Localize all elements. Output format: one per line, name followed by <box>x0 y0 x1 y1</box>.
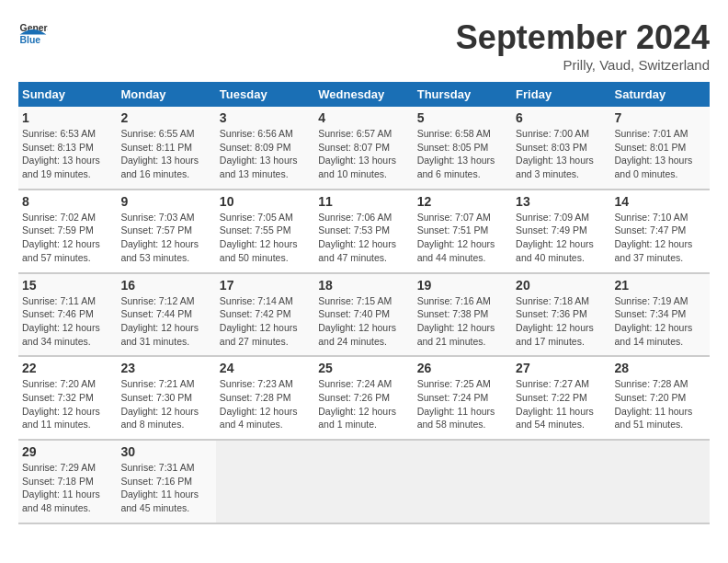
day-info: Sunrise: 7:07 AM Sunset: 7:51 PM Dayligh… <box>417 212 495 263</box>
day-number: 24 <box>220 361 311 375</box>
title-area: September 2024 Prilly, Vaud, Switzerland <box>456 18 710 73</box>
day-info: Sunrise: 6:57 AM Sunset: 8:07 PM Dayligh… <box>318 128 396 179</box>
day-info: Sunrise: 7:11 AM Sunset: 7:46 PM Dayligh… <box>22 295 100 347</box>
day-number: 9 <box>120 194 211 209</box>
day-number: 1 <box>22 110 113 125</box>
day-number: 8 <box>22 194 113 209</box>
calendar-week-row: 1 Sunrise: 6:53 AM Sunset: 8:13 PM Dayli… <box>18 107 710 190</box>
calendar-day-cell: 16 Sunrise: 7:12 AM Sunset: 7:44 PM Dayl… <box>117 273 215 357</box>
day-number: 25 <box>318 361 409 375</box>
day-number: 12 <box>417 194 508 209</box>
day-info: Sunrise: 7:15 AM Sunset: 7:40 PM Dayligh… <box>318 295 396 347</box>
day-number: 19 <box>417 278 508 293</box>
day-info: Sunrise: 7:12 AM Sunset: 7:44 PM Dayligh… <box>120 295 199 347</box>
calendar-day-cell: 13 Sunrise: 7:09 AM Sunset: 7:49 PM Dayl… <box>512 190 610 273</box>
day-number: 4 <box>318 110 409 125</box>
calendar-day-cell: 26 Sunrise: 7:25 AM Sunset: 7:24 PM Dayl… <box>414 356 512 440</box>
day-info: Sunrise: 7:18 AM Sunset: 7:36 PM Dayligh… <box>516 295 594 347</box>
calendar-day-cell: 23 Sunrise: 7:21 AM Sunset: 7:30 PM Dayl… <box>117 356 215 440</box>
calendar-day-cell <box>216 440 314 523</box>
day-number: 21 <box>615 278 706 293</box>
calendar-day-cell: 21 Sunrise: 7:19 AM Sunset: 7:34 PM Dayl… <box>611 273 710 357</box>
day-number: 13 <box>516 194 607 209</box>
day-number: 14 <box>615 194 706 209</box>
calendar-day-cell: 27 Sunrise: 7:27 AM Sunset: 7:22 PM Dayl… <box>512 356 610 440</box>
day-number: 16 <box>120 278 211 293</box>
calendar-day-cell: 3 Sunrise: 6:56 AM Sunset: 8:09 PM Dayli… <box>216 107 314 190</box>
day-info: Sunrise: 7:03 AM Sunset: 7:57 PM Dayligh… <box>120 212 199 263</box>
day-info: Sunrise: 7:27 AM Sunset: 7:22 PM Dayligh… <box>516 378 594 430</box>
calendar-day-cell: 15 Sunrise: 7:11 AM Sunset: 7:46 PM Dayl… <box>18 273 117 357</box>
day-info: Sunrise: 7:21 AM Sunset: 7:30 PM Dayligh… <box>120 378 199 430</box>
logo-icon: General Blue <box>18 18 48 48</box>
calendar-day-cell: 4 Sunrise: 6:57 AM Sunset: 8:07 PM Dayli… <box>314 107 413 190</box>
day-info: Sunrise: 7:23 AM Sunset: 7:28 PM Dayligh… <box>220 378 298 430</box>
day-info: Sunrise: 7:28 AM Sunset: 7:20 PM Dayligh… <box>615 378 693 430</box>
calendar-day-cell: 19 Sunrise: 7:16 AM Sunset: 7:38 PM Dayl… <box>414 273 512 357</box>
col-monday: Monday <box>117 82 215 107</box>
day-info: Sunrise: 7:06 AM Sunset: 7:53 PM Dayligh… <box>318 212 396 263</box>
day-info: Sunrise: 6:56 AM Sunset: 8:09 PM Dayligh… <box>220 128 298 179</box>
col-saturday: Saturday <box>611 82 710 107</box>
calendar-day-cell: 17 Sunrise: 7:14 AM Sunset: 7:42 PM Dayl… <box>216 273 314 357</box>
calendar-day-cell: 6 Sunrise: 7:00 AM Sunset: 8:03 PM Dayli… <box>512 107 610 190</box>
location: Prilly, Vaud, Switzerland <box>456 57 710 73</box>
day-number: 26 <box>417 361 508 375</box>
day-info: Sunrise: 6:55 AM Sunset: 8:11 PM Dayligh… <box>120 128 199 179</box>
calendar-day-cell: 28 Sunrise: 7:28 AM Sunset: 7:20 PM Dayl… <box>611 356 710 440</box>
calendar-day-cell: 22 Sunrise: 7:20 AM Sunset: 7:32 PM Dayl… <box>18 356 117 440</box>
calendar-day-cell: 8 Sunrise: 7:02 AM Sunset: 7:59 PM Dayli… <box>18 190 117 273</box>
calendar-table: Sunday Monday Tuesday Wednesday Thursday… <box>18 82 710 524</box>
calendar-day-cell: 20 Sunrise: 7:18 AM Sunset: 7:36 PM Dayl… <box>512 273 610 357</box>
day-info: Sunrise: 7:05 AM Sunset: 7:55 PM Dayligh… <box>220 212 298 263</box>
calendar-day-cell: 5 Sunrise: 6:58 AM Sunset: 8:05 PM Dayli… <box>414 107 512 190</box>
day-info: Sunrise: 7:20 AM Sunset: 7:32 PM Dayligh… <box>22 378 100 430</box>
day-info: Sunrise: 7:25 AM Sunset: 7:24 PM Dayligh… <box>417 378 495 430</box>
month-title: September 2024 <box>456 18 710 57</box>
day-number: 29 <box>22 444 113 459</box>
col-wednesday: Wednesday <box>314 82 413 107</box>
day-number: 11 <box>318 194 409 209</box>
calendar-day-cell: 9 Sunrise: 7:03 AM Sunset: 7:57 PM Dayli… <box>117 190 215 273</box>
calendar-header-row: Sunday Monday Tuesday Wednesday Thursday… <box>18 82 710 107</box>
day-number: 2 <box>120 110 211 125</box>
calendar-day-cell <box>611 440 710 523</box>
day-info: Sunrise: 7:24 AM Sunset: 7:26 PM Dayligh… <box>318 378 396 430</box>
day-info: Sunrise: 7:10 AM Sunset: 7:47 PM Dayligh… <box>615 212 693 263</box>
calendar-day-cell: 2 Sunrise: 6:55 AM Sunset: 8:11 PM Dayli… <box>117 107 215 190</box>
day-info: Sunrise: 7:31 AM Sunset: 7:16 PM Dayligh… <box>120 462 199 513</box>
calendar-week-row: 8 Sunrise: 7:02 AM Sunset: 7:59 PM Dayli… <box>18 190 710 273</box>
calendar-day-cell: 25 Sunrise: 7:24 AM Sunset: 7:26 PM Dayl… <box>314 356 413 440</box>
day-number: 30 <box>120 444 211 459</box>
col-thursday: Thursday <box>414 82 512 107</box>
day-number: 28 <box>615 361 706 375</box>
calendar-week-row: 15 Sunrise: 7:11 AM Sunset: 7:46 PM Dayl… <box>18 273 710 357</box>
day-number: 23 <box>120 361 211 375</box>
calendar-day-cell <box>414 440 512 523</box>
calendar-day-cell: 11 Sunrise: 7:06 AM Sunset: 7:53 PM Dayl… <box>314 190 413 273</box>
calendar-day-cell <box>512 440 610 523</box>
calendar-day-cell: 18 Sunrise: 7:15 AM Sunset: 7:40 PM Dayl… <box>314 273 413 357</box>
day-info: Sunrise: 7:16 AM Sunset: 7:38 PM Dayligh… <box>417 295 495 347</box>
page-header: General Blue September 2024 Prilly, Vaud… <box>18 18 710 73</box>
calendar-day-cell: 30 Sunrise: 7:31 AM Sunset: 7:16 PM Dayl… <box>117 440 215 523</box>
day-info: Sunrise: 7:01 AM Sunset: 8:01 PM Dayligh… <box>615 128 693 179</box>
day-info: Sunrise: 7:19 AM Sunset: 7:34 PM Dayligh… <box>615 295 693 347</box>
day-number: 3 <box>220 110 311 125</box>
day-number: 5 <box>417 110 508 125</box>
day-number: 20 <box>516 278 607 293</box>
day-number: 18 <box>318 278 409 293</box>
day-number: 7 <box>615 110 706 125</box>
day-info: Sunrise: 7:14 AM Sunset: 7:42 PM Dayligh… <box>220 295 298 347</box>
calendar-day-cell <box>314 440 413 523</box>
calendar-day-cell: 12 Sunrise: 7:07 AM Sunset: 7:51 PM Dayl… <box>414 190 512 273</box>
calendar-day-cell: 1 Sunrise: 6:53 AM Sunset: 8:13 PM Dayli… <box>18 107 117 190</box>
logo: General Blue <box>18 18 48 48</box>
day-info: Sunrise: 7:29 AM Sunset: 7:18 PM Dayligh… <box>22 462 100 513</box>
col-sunday: Sunday <box>18 82 117 107</box>
svg-text:Blue: Blue <box>20 35 41 45</box>
calendar-week-row: 29 Sunrise: 7:29 AM Sunset: 7:18 PM Dayl… <box>18 440 710 523</box>
day-info: Sunrise: 7:09 AM Sunset: 7:49 PM Dayligh… <box>516 212 594 263</box>
calendar-day-cell: 14 Sunrise: 7:10 AM Sunset: 7:47 PM Dayl… <box>611 190 710 273</box>
day-info: Sunrise: 6:53 AM Sunset: 8:13 PM Dayligh… <box>22 128 100 179</box>
